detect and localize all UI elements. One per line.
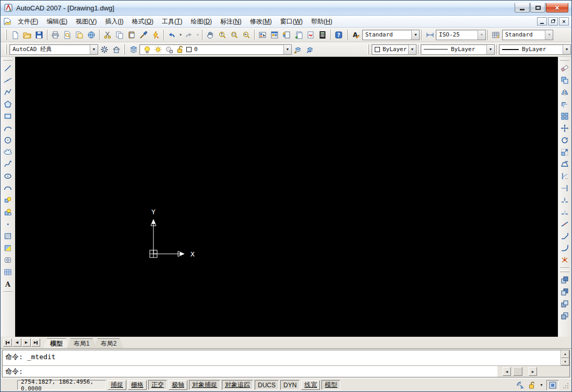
ellipse-button[interactable] bbox=[2, 170, 14, 182]
polygon-button[interactable] bbox=[2, 98, 14, 110]
mdi-restore-button[interactable] bbox=[548, 17, 558, 26]
layer-unlock-icon[interactable] bbox=[175, 45, 185, 54]
ellipse-arc-button[interactable] bbox=[2, 182, 14, 194]
dim-style-button[interactable] bbox=[424, 29, 436, 41]
workspace-combo[interactable]: AutoCAD 经典 ▼ bbox=[9, 44, 98, 55]
close-button[interactable]: × bbox=[546, 3, 568, 13]
arc-button[interactable] bbox=[2, 122, 14, 134]
menu-m[interactable]: 修改(M) bbox=[246, 16, 276, 28]
toggle-polar-button[interactable]: 极轴 bbox=[169, 380, 187, 390]
toggle-otrack-button[interactable]: 对象追踪 bbox=[222, 380, 253, 390]
toolbar-lock-icon[interactable] bbox=[527, 381, 537, 390]
layer-vp-freeze-icon[interactable] bbox=[164, 45, 174, 54]
rectangle-button[interactable] bbox=[2, 110, 14, 122]
draworder-under-button[interactable] bbox=[558, 310, 571, 322]
dwf-button[interactable] bbox=[86, 29, 98, 41]
toggle-dyn-button[interactable]: DYN bbox=[280, 380, 300, 390]
hatch-button[interactable] bbox=[2, 230, 14, 242]
chevron-down-icon[interactable]: ▼ bbox=[411, 30, 419, 40]
make-block-button[interactable] bbox=[2, 206, 14, 218]
menu-e[interactable]: 编辑(E) bbox=[42, 16, 72, 28]
circle-button[interactable] bbox=[2, 134, 14, 146]
workspace-settings-button[interactable] bbox=[98, 43, 110, 56]
toggle-ortho-button[interactable]: 正交 bbox=[148, 380, 167, 390]
command-hscrollbar[interactable]: ◀ ▶ bbox=[503, 366, 537, 377]
toolbar-grip[interactable] bbox=[3, 59, 13, 60]
help-button[interactable]: ? bbox=[333, 29, 345, 41]
erase-button[interactable] bbox=[558, 62, 571, 74]
tab-first-button[interactable]: ◀ bbox=[3, 338, 12, 347]
drawing-canvas[interactable]: Y X bbox=[15, 57, 558, 337]
chevron-down-icon[interactable]: ▼ bbox=[90, 45, 98, 54]
fillet-button[interactable] bbox=[558, 242, 571, 254]
text-style-button[interactable]: A bbox=[350, 29, 362, 41]
extend-button[interactable] bbox=[558, 182, 571, 194]
insert-block-button[interactable] bbox=[2, 194, 14, 206]
layout-tab-model[interactable]: 模型 bbox=[43, 338, 69, 348]
menu-w[interactable]: 窗口(W) bbox=[276, 16, 307, 28]
layer-properties-manager-button[interactable] bbox=[127, 43, 139, 56]
chamfer-button[interactable] bbox=[558, 230, 571, 242]
coordinates-display[interactable]: 2754.1827, 1862.4956, 0.0000 bbox=[17, 380, 106, 390]
scale-button[interactable] bbox=[558, 146, 571, 158]
tab-next-button[interactable]: ▶ bbox=[22, 338, 31, 347]
menu-h[interactable]: 帮助(H) bbox=[307, 16, 337, 28]
scroll-thumb[interactable] bbox=[513, 367, 522, 376]
menu-n[interactable]: 标注(N) bbox=[216, 16, 246, 28]
table-button[interactable] bbox=[2, 266, 14, 278]
scroll-left-button[interactable]: ◀ bbox=[503, 367, 511, 376]
multiline-text-button[interactable]: A bbox=[2, 278, 14, 290]
tab-previous-button[interactable]: ◀ bbox=[13, 338, 21, 347]
stretch-button[interactable] bbox=[558, 158, 571, 170]
toolbar-grip[interactable] bbox=[560, 271, 569, 272]
break-button[interactable] bbox=[558, 206, 571, 218]
command-vscrollbar[interactable]: ▲ ▼ bbox=[561, 350, 569, 365]
sheetset-manager-button[interactable] bbox=[293, 29, 305, 41]
command-history[interactable]: 命令: _mtedit ▲ ▼ bbox=[3, 350, 569, 366]
toolbar-grip[interactable] bbox=[560, 59, 569, 60]
minimize-button[interactable] bbox=[515, 3, 530, 13]
markup-manager-button[interactable] bbox=[305, 29, 317, 41]
zoom-previous-button[interactable] bbox=[241, 29, 253, 41]
properties-button[interactable] bbox=[257, 29, 269, 41]
gradient-button[interactable] bbox=[2, 242, 14, 254]
mdi-minimize-button[interactable] bbox=[537, 17, 547, 26]
table-style-button[interactable] bbox=[490, 29, 502, 41]
toolbar-grip[interactable] bbox=[5, 44, 7, 55]
menu-o[interactable]: 格式(O) bbox=[128, 16, 158, 28]
chevron-down-icon[interactable]: ▼ bbox=[563, 45, 570, 54]
scroll-down-button[interactable]: ▼ bbox=[561, 358, 569, 366]
chevron-down-icon[interactable]: ▼ bbox=[478, 30, 485, 40]
toolbar-grip[interactable] bbox=[367, 44, 369, 55]
open-button[interactable] bbox=[21, 29, 33, 41]
tab-last-button[interactable]: ▶ bbox=[31, 338, 40, 347]
undo-dropdown-arrow-icon[interactable]: ▼ bbox=[178, 29, 183, 41]
toolbar-grip[interactable] bbox=[346, 30, 348, 40]
command-input[interactable]: 命令: bbox=[3, 366, 497, 377]
mirror-button[interactable] bbox=[558, 86, 571, 98]
toggle-snap-button[interactable]: 捕捉 bbox=[108, 380, 126, 390]
communication-center-icon[interactable] bbox=[516, 381, 525, 390]
paste-button[interactable] bbox=[126, 29, 138, 41]
layout-tab-layout1[interactable]: 布局1 bbox=[67, 338, 97, 348]
table-style-combo[interactable]: Standard ▼ bbox=[502, 30, 554, 40]
designcenter-button[interactable] bbox=[269, 29, 281, 41]
rotate-button[interactable] bbox=[558, 134, 571, 146]
redo-dropdown-arrow-icon[interactable]: ▼ bbox=[195, 29, 200, 41]
copy-button[interactable] bbox=[558, 74, 571, 86]
toggle-grid-button[interactable]: 栅格 bbox=[128, 380, 147, 390]
layer-thaw-icon[interactable] bbox=[153, 45, 163, 54]
linetype-combo[interactable]: ByLayer ▼ bbox=[421, 44, 495, 55]
toggle-model-button[interactable]: 模型 bbox=[321, 380, 340, 390]
redo-button[interactable] bbox=[183, 29, 195, 41]
toggle-ducs-button[interactable]: DUCS bbox=[255, 380, 279, 390]
scroll-up-button[interactable]: ▲ bbox=[561, 350, 569, 358]
draworder-front-button[interactable] bbox=[558, 274, 571, 286]
cut-button[interactable] bbox=[102, 29, 114, 41]
tool-palettes-button[interactable] bbox=[281, 29, 293, 41]
construction-line-button[interactable] bbox=[2, 74, 14, 86]
menu-d[interactable]: 绘图(D) bbox=[186, 16, 216, 28]
chevron-down-icon[interactable]: ▼ bbox=[408, 45, 416, 54]
resize-grip[interactable] bbox=[561, 381, 569, 390]
layer-combo[interactable]: 0 ▼ bbox=[139, 44, 292, 55]
